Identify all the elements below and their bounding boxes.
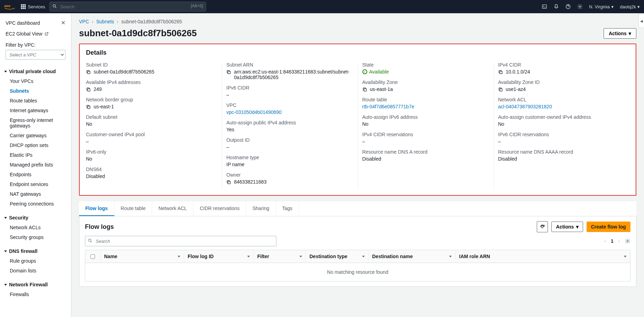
notifications-icon[interactable]	[553, 4, 559, 9]
sort-icon[interactable]	[624, 256, 627, 257]
copy-icon[interactable]	[498, 70, 503, 75]
field-value: 846338211683	[226, 179, 358, 185]
actions-button[interactable]: Actions ▾	[604, 28, 636, 39]
nav-item-elastic-ips[interactable]: Elastic IPs	[0, 150, 71, 160]
aws-logo[interactable]: aws	[4, 3, 15, 10]
nav-item-carrier-gateways[interactable]: Carrier gateways	[0, 131, 71, 140]
nav-item-endpoint-services[interactable]: Endpoint services	[0, 179, 71, 189]
nav-item-subnets[interactable]: Subnets	[0, 86, 71, 96]
cloudshell-icon[interactable]	[542, 4, 547, 9]
copy-icon[interactable]	[226, 180, 231, 185]
settings-icon[interactable]	[577, 4, 583, 9]
nav-item-nat-gateways[interactable]: NAT gateways	[0, 189, 71, 199]
link[interactable]: vpc-031050d4b01490690	[226, 109, 282, 115]
search-input[interactable]	[49, 2, 206, 11]
column-destination-name[interactable]: Destination name	[369, 250, 456, 263]
vpc-filter-select[interactable]: Select a VPC	[6, 50, 65, 60]
grid-icon	[21, 4, 26, 9]
column-destination-type[interactable]: Destination type	[306, 250, 369, 263]
field-value: –	[362, 139, 494, 144]
copy-icon[interactable]	[226, 70, 231, 75]
field-auto-assign-public-ipv4-address: Auto-assign public IPv4 addressYes	[226, 120, 358, 132]
page-next[interactable]: ›	[618, 238, 620, 244]
nav-section-header[interactable]: DNS firewall	[0, 246, 71, 256]
link[interactable]: acl-04047387903281820	[498, 104, 552, 109]
flow-search-input[interactable]	[85, 236, 276, 246]
breadcrumb-vpc[interactable]: VPC	[79, 19, 89, 24]
flow-actions-button[interactable]: Actions ▾	[551, 222, 583, 232]
nav-section-header[interactable]: Network Firewall	[0, 280, 71, 289]
sort-icon[interactable]	[178, 256, 180, 257]
column-filter[interactable]: Filter	[254, 250, 306, 263]
nav-item-firewalls[interactable]: Firewalls	[0, 289, 71, 299]
copy-icon[interactable]	[86, 105, 91, 109]
tab-route-table[interactable]: Route table	[115, 201, 152, 216]
field-network-acl: Network ACLacl-04047387903281820	[498, 97, 629, 109]
select-all-checkbox[interactable]	[85, 250, 101, 263]
field-auto-assign-ipv6-address: Auto-assign IPv6 addressNo	[362, 114, 494, 127]
region-selector[interactable]: N. Virginia▾	[589, 4, 614, 9]
copy-icon[interactable]	[86, 70, 91, 75]
caret-down-icon	[4, 71, 7, 72]
close-icon[interactable]: ✕	[61, 20, 65, 26]
field-label: IPv6 CIDR	[226, 85, 358, 91]
help-panel-toggle[interactable]: ◀	[638, 14, 644, 28]
copy-icon[interactable]	[498, 87, 503, 92]
column-name[interactable]: Name	[101, 250, 184, 263]
field-value: vpc-031050d4b01490690	[226, 109, 358, 115]
nav-item-internet-gateways[interactable]: Internet gateways	[0, 106, 71, 115]
tab-cidr-reservations[interactable]: CIDR reservations	[194, 201, 246, 216]
create-flow-log-button[interactable]: Create flow log	[587, 222, 630, 232]
field-value: Disabled	[498, 156, 629, 162]
nav-section-header[interactable]: Security	[0, 213, 71, 223]
nav-item-endpoints[interactable]: Endpoints	[0, 170, 71, 179]
nav-item-your-vpcs[interactable]: Your VPCs	[0, 76, 71, 86]
svg-rect-6	[88, 71, 90, 74]
nav-item-egress-only-internet-gateways[interactable]: Egress-only internet gateways	[0, 115, 71, 131]
field-value: Disabled	[362, 156, 494, 162]
field-label: Owner	[226, 172, 358, 178]
nav-item-managed-prefix-lists[interactable]: Managed prefix lists	[0, 160, 71, 170]
field-label: Availability Zone	[362, 79, 494, 85]
sort-icon[interactable]	[299, 256, 302, 257]
link[interactable]: rtb-04f7d6e0857771b7e	[362, 104, 414, 109]
copy-icon[interactable]	[86, 87, 91, 92]
field-value: use1-az4	[498, 86, 629, 92]
field-value: No	[86, 156, 222, 162]
breadcrumb-subnets[interactable]: Subnets	[96, 19, 114, 24]
page-title: subnet-0a1d9dc8f7b506265	[79, 28, 197, 39]
sort-icon[interactable]	[449, 256, 452, 257]
nav-item-security-groups[interactable]: Security groups	[0, 232, 71, 242]
nav-item-domain-lists[interactable]: Domain lists	[0, 266, 71, 276]
nav-section-header[interactable]: Virtual private cloud	[0, 67, 71, 76]
external-link-icon	[45, 32, 49, 36]
help-icon[interactable]	[565, 4, 571, 9]
field-label: Auto-assign public IPv4 address	[226, 120, 358, 125]
tab-tags[interactable]: Tags	[276, 201, 299, 216]
tab-sharing[interactable]: Sharing	[246, 201, 276, 216]
refresh-button[interactable]	[537, 221, 548, 232]
field-label: Available IPv4 addresses	[86, 79, 222, 85]
gear-icon[interactable]	[625, 238, 630, 244]
sort-icon[interactable]	[362, 256, 365, 257]
nav-item-dhcp-option-sets[interactable]: DHCP option sets	[0, 140, 71, 150]
column-flow-log-id[interactable]: Flow log ID	[184, 250, 254, 263]
sidebar: VPC dashboard ✕ EC2 Global View Filter b…	[0, 13, 71, 317]
copy-icon[interactable]	[362, 87, 367, 92]
field-subnet-arn: Subnet ARNarn:aws:ec2:us-east-1:84633821…	[226, 62, 358, 80]
page-prev[interactable]: ‹	[604, 238, 606, 244]
sort-icon[interactable]	[247, 256, 250, 257]
field-value: –	[226, 144, 358, 150]
tab-network-acl[interactable]: Network ACL	[152, 201, 194, 216]
nav-item-rule-groups[interactable]: Rule groups	[0, 256, 71, 266]
ec2-global-view-link[interactable]: EC2 Global View	[0, 30, 71, 41]
svg-text:aws: aws	[4, 4, 10, 8]
field-value: No	[362, 121, 494, 127]
nav-item-network-acls[interactable]: Network ACLs	[0, 223, 71, 232]
nav-item-route-tables[interactable]: Route tables	[0, 96, 71, 106]
nav-item-peering-connections[interactable]: Peering connections	[0, 199, 71, 209]
services-button[interactable]: Services	[21, 4, 45, 9]
column-iam-role-arn[interactable]: IAM role ARN	[456, 250, 630, 263]
tab-flow-logs[interactable]: Flow logs	[79, 201, 115, 216]
user-menu[interactable]: daotq2k▾	[620, 4, 640, 9]
